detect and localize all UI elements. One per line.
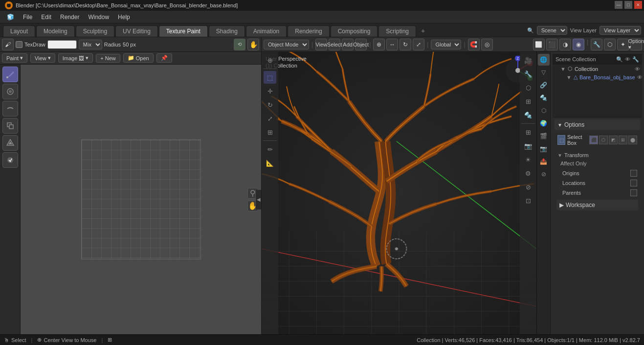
- select-mode-1[interactable]: ⬛: [589, 136, 598, 144]
- menu-edit[interactable]: Edit: [37, 13, 55, 22]
- cursor-tool[interactable]: ⊕: [373, 39, 385, 50]
- prop-modifier-icon[interactable]: 🔩: [522, 109, 534, 121]
- select-box-tool[interactable]: ⬚: [264, 71, 276, 84]
- grid-icon[interactable]: ⊞: [522, 126, 534, 138]
- tab-animation[interactable]: Animation: [246, 25, 287, 37]
- xray-toggle[interactable]: ✦: [617, 39, 629, 50]
- soften-tool-btn[interactable]: [2, 84, 18, 99]
- move-tool-vp[interactable]: ✛: [264, 85, 276, 97]
- scene-dropdown[interactable]: Scene: [537, 26, 567, 35]
- grid2-icon[interactable]: ⊡: [522, 194, 534, 207]
- locations-checkbox[interactable]: [630, 180, 637, 186]
- tab-sculpting[interactable]: Sculpting: [76, 25, 114, 37]
- paint-canvas[interactable]: [81, 139, 201, 259]
- add-workspace-button[interactable]: +: [417, 25, 429, 37]
- hand-tool-btn[interactable]: ✋: [247, 39, 259, 50]
- options-vp-icon[interactable]: ⚙: [522, 167, 534, 180]
- material-icon[interactable]: ⬡: [538, 105, 550, 116]
- object-mode-dropdown[interactable]: Object Mode: [264, 40, 309, 49]
- collection-visibility-icon[interactable]: 👁: [635, 66, 640, 72]
- view-dropdown[interactable]: View ▾: [30, 53, 55, 63]
- menu-window[interactable]: Window: [84, 13, 113, 22]
- close-button[interactable]: ✕: [634, 1, 642, 9]
- modifier-icon[interactable]: 🔩: [538, 92, 550, 104]
- filter-icon-prop[interactable]: ⊘: [538, 168, 550, 180]
- overlay-toggle[interactable]: ⬡: [604, 39, 616, 50]
- view-layer-dropdown[interactable]: View Layer: [600, 26, 641, 35]
- tab-scripting[interactable]: Scripting: [378, 25, 416, 37]
- menu-help[interactable]: Help: [114, 13, 134, 22]
- tab-layout[interactable]: Layout: [3, 25, 35, 37]
- select-mode-3[interactable]: ◩: [609, 136, 618, 144]
- transform-tool-vp[interactable]: ⊞: [264, 126, 276, 138]
- rotate-tool[interactable]: ↻: [400, 39, 411, 50]
- mask-tool-btn[interactable]: [2, 152, 18, 168]
- filter-icon[interactable]: ⊘: [522, 181, 534, 193]
- render-icon[interactable]: 📷: [538, 143, 550, 155]
- material-shading[interactable]: ◑: [559, 39, 571, 50]
- prop-render-icon[interactable]: 🎥: [522, 54, 534, 67]
- measure-tool[interactable]: 📐: [264, 157, 276, 169]
- image-dropdown[interactable]: Image 🖼 ▾: [58, 53, 93, 63]
- wireframe-shading[interactable]: ⬜: [533, 39, 545, 50]
- canvas-area[interactable]: ⚲ ✋ ◀: [21, 65, 261, 334]
- select-mode-4[interactable]: ⊞: [619, 136, 627, 144]
- transform-header[interactable]: ▼ Transform: [555, 151, 640, 160]
- brush-color-input[interactable]: [47, 40, 77, 49]
- tab-uv-editing[interactable]: UV Editing: [115, 25, 158, 37]
- outliner-object-item[interactable]: ▼ △ Bare_Bonsai_obj_base 👁: [553, 73, 642, 81]
- 3d-viewport[interactable]: User Perspective (1) Collection X Y: [262, 52, 536, 334]
- outliner-filter-btn[interactable]: 🔍: [616, 56, 623, 63]
- new-button[interactable]: + New: [96, 54, 120, 63]
- scale-tool-vp[interactable]: ⤢: [264, 112, 276, 125]
- select-mode-2[interactable]: ⬡: [599, 136, 608, 144]
- blend-mode-dropdown[interactable]: Mix: [79, 40, 102, 49]
- pin-button[interactable]: 📌: [156, 53, 172, 63]
- color-picker-btn[interactable]: [16, 41, 22, 48]
- options-header[interactable]: ▼ Options: [555, 119, 640, 130]
- gizmo-toggle[interactable]: 🔧: [591, 39, 602, 50]
- tab-compositing[interactable]: Compositing: [331, 25, 378, 37]
- scale-tool[interactable]: ⤢: [413, 39, 424, 50]
- prop-object-data-icon[interactable]: 🔧: [522, 68, 534, 80]
- prop-material-icon[interactable]: ⬡: [522, 81, 534, 94]
- view-menu-btn[interactable]: View: [315, 39, 327, 50]
- object-visibility-icon[interactable]: 👁: [637, 74, 642, 80]
- menu-file[interactable]: File: [19, 13, 36, 22]
- snap-toggle[interactable]: 🧲: [468, 39, 480, 50]
- world-icon[interactable]: 🌍: [538, 117, 550, 129]
- outliner-collection-item[interactable]: ▼ ⬡ Collection 👁: [553, 65, 642, 73]
- output-icon[interactable]: 📤: [538, 156, 550, 167]
- select-mode-5[interactable]: ⬤: [628, 136, 637, 144]
- smear-tool-btn[interactable]: [2, 101, 18, 116]
- origins-checkbox[interactable]: [630, 170, 637, 177]
- options-btn[interactable]: Option ▾: [630, 39, 642, 50]
- parents-checkbox[interactable]: [630, 189, 637, 196]
- solid-shading[interactable]: ⬛: [546, 39, 558, 50]
- menu-render[interactable]: Render: [56, 13, 83, 22]
- transform-orientation[interactable]: Global: [431, 40, 461, 49]
- sun-icon[interactable]: ☀: [522, 153, 534, 166]
- minimize-button[interactable]: —: [615, 1, 622, 9]
- camera-icon[interactable]: 📷: [522, 139, 534, 152]
- transform-tool-btn[interactable]: ⟲: [234, 39, 245, 50]
- outliner-view-btn[interactable]: 🔧: [632, 56, 639, 63]
- rendered-shading[interactable]: ◉: [573, 39, 584, 50]
- brush-mode-button[interactable]: 🖌: [2, 39, 14, 50]
- tab-modeling[interactable]: Modeling: [36, 25, 75, 37]
- tab-texture-paint[interactable]: Texture Paint: [159, 25, 208, 37]
- workspace-header[interactable]: ▶ Workspace: [556, 200, 638, 210]
- annotate-tool[interactable]: ✏: [264, 143, 276, 156]
- draw-tool-btn[interactable]: [2, 67, 18, 82]
- maximize-button[interactable]: □: [624, 1, 632, 9]
- move-tool[interactable]: ↔: [386, 39, 398, 50]
- tab-rendering[interactable]: Rendering: [288, 25, 329, 37]
- prop-constraint-icon[interactable]: ⊞: [522, 95, 534, 108]
- proportional-edit[interactable]: ◎: [481, 39, 493, 50]
- constraint-icon[interactable]: 🔗: [538, 79, 550, 91]
- fill-tool-btn[interactable]: [2, 135, 18, 151]
- scene-collection-icon[interactable]: 🌐: [538, 54, 550, 66]
- collapse-button[interactable]: ◀: [255, 190, 261, 209]
- object-icon[interactable]: ▽: [538, 67, 550, 78]
- scene-icon[interactable]: 🎬: [538, 130, 550, 142]
